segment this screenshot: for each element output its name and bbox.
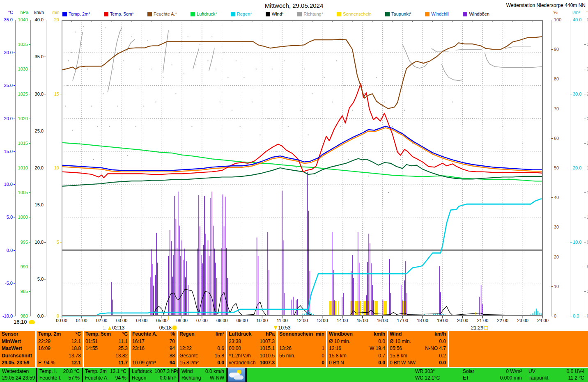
axis-unit-label: hPa [20,10,28,15]
richtung-dot [127,155,128,156]
windb-en-bar [184,249,185,316]
richtung-dot [316,176,317,176]
footer-row: Temp. I.20.8 °C [39,368,80,375]
windb-en-bar [198,249,198,316]
richtung-dot [240,126,241,127]
stats-col-regen: Regenl/m² 12:220.6Gesamt:15.815.8 l/m²0.… [178,331,226,367]
stats-row: 14:5525.3 [85,345,128,352]
stats-col-feuchte-a: Feuchte A.%16:177023:1694 8810.09 g/m³94 [131,331,177,367]
stats-row: 01:5111.1 [85,338,128,345]
axis-tick [551,138,553,139]
sonnenschein-bar [335,301,336,316]
richtung-dot [87,69,88,69]
windb-en-bar [373,300,374,316]
stats-col-name: Windböen [329,331,353,338]
windb-en-bar [151,249,152,316]
info-col-uv: UV0.0 UV-ITaupunkt11.2 °C [528,368,584,382]
time-label: 06:00 [172,318,192,323]
axis-tick-label: 40.0 [35,17,44,22]
richtung-dot [109,126,110,127]
richtung-dot [123,60,124,61]
stats-cell-time [132,352,133,360]
footer-panel-temp-i: Temp. I.20.8 °CFeuchte I.57 % [37,368,82,382]
windb-en-bar [368,234,369,316]
time-label: 05:00 [152,318,172,323]
legend-label: Feuchte A.* [154,11,177,16]
axis-tick [29,192,30,193]
windb-en-bar [405,261,406,316]
windb-en-bar [152,264,153,316]
stats-col-unit: % [170,331,175,338]
axis-tick-label: 100 [554,17,561,22]
legend-swatch-luftdruck-icon [191,12,195,16]
richtung-dot [482,151,483,152]
richtung-dot [113,69,114,69]
richtung-dot [348,159,349,160]
chart-svg [62,20,543,321]
footer-value: 0.0 km/h [205,368,224,375]
weather-icon [227,368,246,382]
info-label: UV [528,368,556,375]
richtung-dot [91,106,92,107]
windb-en-bar [150,277,151,316]
windb-en-bar [209,256,210,316]
stats-cell-value: 70 [170,338,175,345]
richtung-dot [442,126,443,127]
stats-row: Ø 10 min.0.0 [329,338,385,345]
windb-en-bar [215,263,216,316]
windb-en-bar [183,260,184,316]
windb-en-bar [389,259,390,316]
stats-col-name: Sonnenschein [279,331,313,338]
windb-en-bar [284,293,285,316]
footer-panel-temp-2m: Temp. 2m12.1 °CFeuchte A.94 % [83,368,129,382]
stats-cell-value: 0.2 [439,352,446,360]
stats-col-sonnenschein: Sonnenscheinmin 13:26155 min.0 0 [278,331,326,367]
richtung-dot [522,143,523,144]
marker-time: 21:29 [471,325,483,331]
stats-cell-time: ^1.2hPa/h [229,352,251,360]
richtung-line [209,48,214,71]
time-label: 23:00 [513,318,533,323]
stats-col-header: LuftdruckhPa [229,331,275,338]
windb-en-bar [292,300,292,316]
windb-en-bar [282,191,283,316]
windb-en-bar [178,192,179,316]
richtung-dot [248,167,248,168]
axis-tick-label: 25.0 [35,128,44,133]
footer-value: 0.0 l/m² [160,375,176,381]
legend-item-windchill: Windchill [425,11,449,16]
stats-cell-value: 12.1 [71,338,81,345]
richtung-dot [368,176,369,176]
stats-cell-time [279,359,280,367]
richtung-dot [264,85,264,86]
legend-label: Regen* [237,11,252,16]
richtung-dot [195,64,196,65]
richtung-dot [105,27,106,28]
windb-en-bar [359,263,360,316]
marker-time: 05:18 [159,325,172,331]
windb-en-bar [223,194,223,316]
windb-en-bar [205,234,206,316]
windb-en-bar [257,238,257,316]
richtung-dot [296,167,296,168]
richtung-line [163,30,169,73]
windb-en-bar [180,256,181,316]
legend-swatch-sonnenschein-icon [337,12,341,16]
richtung-dot [131,36,132,37]
stats-row: 88 [132,352,175,360]
axis-tick-label: 10 [54,165,59,170]
weather-cloud2-icon [234,375,243,380]
marker-moon-up: 02:13 [103,325,124,331]
richtung-line [73,32,83,80]
axis-tick [29,44,30,45]
axis-tick-label: 0.0 [7,248,13,253]
richtung-dot [300,110,301,111]
legend-swatch-regen-icon [231,12,235,16]
axis-tick [44,131,46,131]
richtung-dot [172,64,172,65]
axis-tick-label: 10 [554,284,559,289]
windb-en-bar [333,270,334,316]
axis-tick [584,168,586,168]
axis-tick [584,217,586,217]
axis-tick [29,143,30,144]
